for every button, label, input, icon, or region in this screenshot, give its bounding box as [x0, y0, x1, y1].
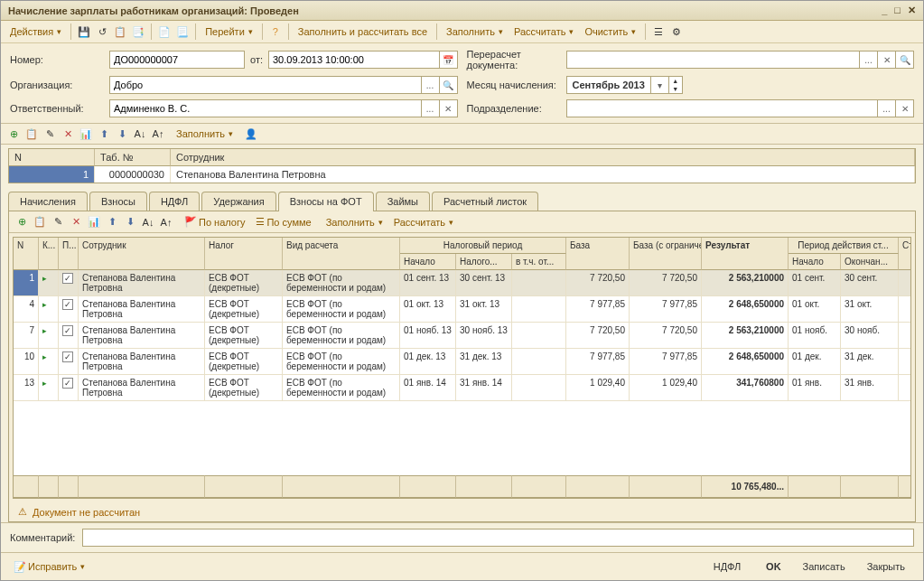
h-start2[interactable]: Начало	[789, 254, 841, 270]
h-start[interactable]: Начало	[400, 254, 456, 270]
calendar-button[interactable]: 📅	[440, 51, 458, 69]
post-icon[interactable]: ↺	[95, 24, 109, 39]
calc-menu[interactable]: Рассчитать	[510, 24, 577, 39]
h-result[interactable]: Результат	[702, 238, 789, 270]
grid1-fill-menu[interactable]: Заполнить	[173, 127, 237, 141]
resp-select-button[interactable]: ...	[422, 99, 440, 117]
h-taxperiod[interactable]: Налоговый период	[400, 238, 566, 254]
h-n[interactable]: N	[14, 238, 39, 270]
h-end2[interactable]: Окончан...	[841, 254, 899, 270]
tab-accruals[interactable]: Начисления	[8, 192, 88, 211]
col-emp[interactable]: Сотрудник	[171, 149, 915, 166]
delete-row-icon[interactable]: ✕	[61, 127, 75, 141]
list-icon[interactable]: ☰	[651, 24, 666, 39]
by-sum-button[interactable]: ☰По сумме	[252, 214, 314, 230]
minimize-button[interactable]: _	[882, 5, 887, 16]
h-ctype[interactable]: Вид расчета	[283, 238, 400, 270]
ndfl-button[interactable]: НДФЛ	[705, 558, 750, 575]
settings-icon[interactable]: ⚙	[669, 24, 684, 39]
tab-contributions[interactable]: Взносы	[89, 192, 147, 211]
sort-desc-icon[interactable]: A↑	[151, 127, 165, 141]
doc-icon[interactable]: 📄	[157, 24, 172, 39]
help-icon[interactable]: ?	[268, 24, 283, 39]
refresh-icon[interactable]: 📊	[79, 127, 93, 141]
close-button[interactable]: ✕	[908, 5, 916, 16]
table-row[interactable]: 7▸✓Степанова Валентина ПетровнаЕСВ ФОТ (…	[14, 323, 910, 349]
date-input[interactable]	[268, 51, 440, 69]
g2-sortasc-icon[interactable]: A↓	[141, 215, 155, 230]
org-select-button[interactable]: ...	[422, 76, 440, 94]
fill-menu[interactable]: Заполнить	[443, 24, 507, 39]
write-button[interactable]: Записать	[794, 558, 854, 575]
move-down-icon[interactable]: ⬇	[115, 127, 129, 141]
tab-ndfl[interactable]: НДФЛ	[149, 192, 200, 211]
g2-sortdesc-icon[interactable]: A↑	[159, 215, 173, 230]
checkbox-icon[interactable]: ✓	[62, 325, 73, 336]
g2-edit-icon[interactable]: ✎	[51, 215, 65, 230]
actions-menu[interactable]: Действия	[6, 24, 65, 39]
month-dropdown-button[interactable]: ▾	[651, 76, 669, 94]
g2-refresh-icon[interactable]: 📊	[87, 215, 101, 230]
sort-asc-icon[interactable]: A↓	[133, 127, 147, 141]
person-icon[interactable]: 👤	[244, 127, 258, 141]
checkbox-icon[interactable]: ✓	[62, 299, 73, 310]
h-taxh[interactable]: Налого...	[456, 254, 512, 270]
maximize-button[interactable]: □	[894, 5, 901, 16]
resp-clear-button[interactable]: ✕	[440, 99, 458, 117]
tab-deductions[interactable]: Удержания	[201, 192, 275, 211]
add-row-icon[interactable]: ⊕	[6, 127, 21, 141]
g2-up-icon[interactable]: ⬆	[105, 215, 119, 230]
fill-calc-all-button[interactable]: Заполнить и рассчитать все	[294, 24, 431, 39]
col-n[interactable]: N	[9, 149, 95, 166]
h-baselim[interactable]: База (с ограниче...	[630, 238, 702, 270]
g2-calc-menu[interactable]: Рассчитать	[390, 215, 457, 230]
g2-add-icon[interactable]: ⊕	[14, 215, 29, 230]
recalc-select-button[interactable]: ...	[860, 51, 878, 69]
by-tax-button[interactable]: 🚩По налогу	[181, 214, 248, 230]
recalc-input[interactable]	[566, 51, 861, 69]
h-p[interactable]: П...	[59, 238, 79, 270]
employee-row[interactable]: 1 0000000030 Степанова Валентина Петровн…	[9, 166, 915, 183]
dept-clear-button[interactable]: ✕	[896, 99, 914, 117]
edit-row-icon[interactable]: ✎	[42, 127, 57, 141]
g2-delete-icon[interactable]: ✕	[69, 215, 83, 230]
tab-fot-contributions[interactable]: Взносы на ФОТ	[278, 192, 374, 211]
recalc-clear-button[interactable]: ✕	[878, 51, 896, 69]
dept-select-button[interactable]: ...	[878, 99, 896, 117]
checkbox-icon[interactable]: ✓	[62, 351, 73, 362]
h-rate[interactable]: Ставка	[899, 238, 911, 270]
move-up-icon[interactable]: ⬆	[97, 127, 111, 141]
dept-input[interactable]	[566, 99, 879, 117]
add-copy-icon[interactable]: 📋	[24, 127, 39, 141]
h-incl[interactable]: в т.ч. от...	[512, 254, 566, 270]
comment-input[interactable]	[82, 529, 914, 547]
clear-menu[interactable]: Очистить	[581, 24, 639, 39]
table-row[interactable]: 13▸✓Степанова Валентина ПетровнаЕСВ ФОТ …	[14, 375, 910, 401]
table-row[interactable]: 1▸✓Степанова Валентина ПетровнаЕСВ ФОТ (…	[14, 270, 910, 296]
org-search-button[interactable]: 🔍	[440, 76, 458, 94]
g2-copy-icon[interactable]: 📋	[33, 215, 47, 230]
close-doc-button[interactable]: Закрыть	[858, 558, 914, 575]
checkbox-icon[interactable]: ✓	[62, 273, 73, 284]
tab-loans[interactable]: Займы	[376, 192, 430, 211]
save-icon[interactable]: 💾	[77, 24, 91, 39]
h-base[interactable]: База	[566, 238, 630, 270]
resp-input[interactable]	[109, 99, 422, 117]
h-actperiod[interactable]: Период действия ст...	[789, 238, 899, 254]
table-row[interactable]: 4▸✓Степанова Валентина ПетровнаЕСВ ФОТ (…	[14, 296, 910, 323]
scroll-icon[interactable]: 📋	[113, 24, 127, 39]
number-input[interactable]	[109, 51, 245, 69]
g2-down-icon[interactable]: ⬇	[123, 215, 137, 230]
g2-fill-menu[interactable]: Заполнить	[322, 215, 387, 230]
tab-payslip[interactable]: Расчетный листок	[432, 192, 538, 211]
month-input[interactable]: Сентябрь 2013	[566, 76, 651, 94]
navigate-menu[interactable]: Перейти	[201, 24, 257, 39]
month-down-button[interactable]: ▼	[669, 85, 682, 93]
h-tax[interactable]: Налог	[205, 238, 283, 270]
h-emp[interactable]: Сотрудник	[79, 238, 205, 270]
edit-dropdown[interactable]: 📝 Исправить	[10, 559, 89, 575]
recalc-search-button[interactable]: 🔍	[896, 51, 914, 69]
col-tab[interactable]: Таб. №	[95, 149, 171, 166]
copy-icon[interactable]: 📑	[131, 24, 145, 39]
h-k[interactable]: К...	[39, 238, 59, 270]
